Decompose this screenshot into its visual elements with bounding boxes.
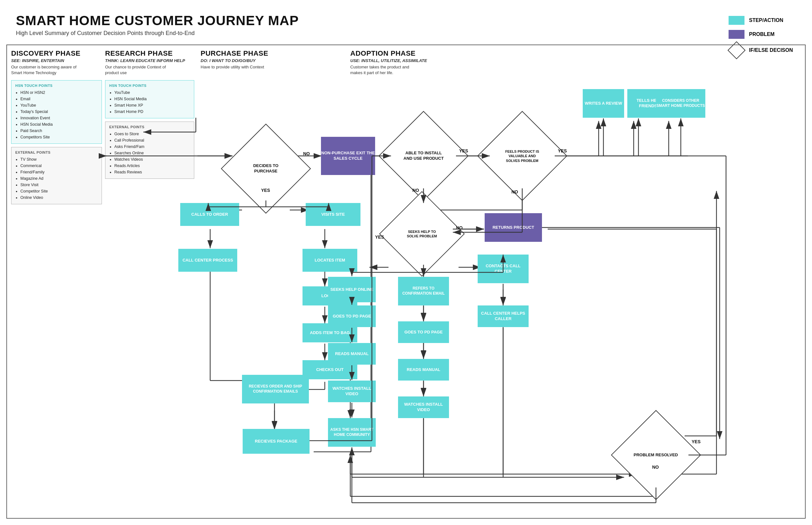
- adoption-phase: ADOPTION PHASE USE: INSTALL, UTILITIZE, …: [350, 49, 509, 76]
- research-hsn-item: YouTube: [114, 89, 190, 96]
- seeks-help-online-label: SEEKS HELP ONLINE: [331, 287, 374, 292]
- considers-other-label: CONSIDERS OTHER SMART HOME PRODUCTS: [656, 98, 705, 108]
- reads-manual-1-label: READS MANUAL: [335, 351, 368, 357]
- able-to-install-label: ABLE TO INSTALLAND USE PRODUCT: [404, 150, 444, 161]
- research-ext-item: Searches Online: [114, 150, 190, 156]
- considers-other-node: CONSIDERS OTHER SMART HOME PRODUCTS: [656, 89, 705, 118]
- goes-pd-1-node: GOES TO PD PAGE: [328, 305, 376, 327]
- discovery-hsn-item: Competitors Site: [20, 134, 98, 140]
- research-ext-box: EXTERNAL POINTS Goes to Store Call Profe…: [105, 122, 194, 179]
- refers-confirmation-node: REFERS TO CONFIRMATION EMAIL: [398, 277, 449, 305]
- asks-hsn-community-label: ASKS THE HSN SMART HOME COMMUNITY: [328, 427, 376, 437]
- page-subtitle: High Level Summary of Customer Decision …: [16, 30, 299, 36]
- discovery-ext-item: Friend/Family: [20, 169, 98, 175]
- discovery-ext-item: Commerical: [20, 163, 98, 169]
- purchase-title: PURCHASE PHASE: [201, 49, 290, 58]
- discovery-hsn-box: HSN TOUCH POINTS HSN or HSN2 Email YouTu…: [11, 80, 102, 144]
- discovery-phase: DISCOVERY PHASE SEE: INSPIRE, ENTERTAIN …: [11, 49, 102, 204]
- research-ext-list: Goes to Store Call Professional Asks Fri…: [109, 131, 190, 175]
- call-center-helps-label: CALL CENTER HELPS CALLER: [478, 311, 528, 322]
- able-no-label: NO: [412, 188, 419, 193]
- visits-site-node: VISITS SITE: [306, 203, 361, 226]
- page: SMART HOME CUSTOMER JOURNEY MAP High Lev…: [0, 0, 812, 525]
- reads-manual-1-node: READS MANUAL: [328, 343, 376, 365]
- problem-resolved-label: PROBLEM RESOLVED: [634, 452, 678, 458]
- legend-problem-label: PROBLEM: [749, 31, 774, 37]
- page-title: SMART HOME CUSTOMER JOURNEY MAP: [16, 13, 299, 28]
- watches-install-1-label: WATCHES INSTALL VIDEO: [328, 386, 376, 397]
- legend-step-label: STEP/ACTION: [749, 17, 783, 23]
- research-ext-title: EXTERNAL POINTS: [109, 125, 190, 129]
- returns-product-node: RETURNS PRODUCT: [485, 213, 542, 242]
- feels-no-label: NO: [511, 189, 518, 194]
- research-ext-item: Watches Videos: [114, 156, 190, 163]
- recieves-order-node: RECIEVES ORDER AND SHIP CONFIRMATION EMA…: [242, 375, 309, 403]
- research-hsn-item: HSN Social Media: [114, 96, 190, 102]
- discovery-ext-title: EXTERNAL POINTS: [15, 150, 98, 154]
- refers-confirmation-label: REFERS TO CONFIRMATION EMAIL: [398, 286, 449, 296]
- decides-yes-label: YES: [261, 188, 270, 193]
- discovery-hsn-item: Innovation Event: [20, 115, 98, 121]
- purchase-phase: PURCHASE PHASE DO: I WANT TO DO/GO/BUY H…: [201, 49, 290, 70]
- discovery-hsn-title: HSN TOUCH POINTS: [15, 84, 98, 88]
- calls-to-order-label: CALLS TO ORDER: [191, 212, 228, 217]
- discovery-title: DISCOVERY PHASE: [11, 49, 102, 58]
- purchase-think: DO: I WANT TO DO/GO/BUY: [201, 58, 290, 63]
- writes-review-label: WRITES A REVIEW: [585, 101, 622, 106]
- call-center-process-label: CALL CENTER PROCESS: [183, 258, 233, 263]
- recieves-package-label: RECIEVES PACKAGE: [255, 439, 297, 444]
- goes-pd-2-label: GOES TO PD PAGE: [404, 330, 443, 335]
- problem-yes-label: YES: [692, 439, 700, 444]
- call-center-helps-node: CALL CENTER HELPS CALLER: [478, 305, 528, 327]
- adds-item-label: ADDS ITEM TO BAG: [310, 330, 350, 336]
- research-ext-item: Asks Friend/Fam: [114, 144, 190, 150]
- adoption-think: USE: INSTALL, UTILITIZE, ASSIMILATE: [350, 58, 509, 63]
- goes-pd-2-node: GOES TO PD PAGE: [398, 321, 449, 343]
- discovery-ext-box: EXTERNAL POINTS TV Show Commerical Frien…: [11, 147, 102, 204]
- locates-item-node: LOCATES ITEM: [303, 249, 357, 272]
- call-center-process-node: CALL CENTER PROCESS: [178, 249, 237, 272]
- research-ext-item: Call Professional: [114, 137, 190, 144]
- research-hsn-title: HSN TOUCH POINTS: [109, 84, 190, 88]
- research-ext-item: Reads Articles: [114, 163, 190, 169]
- feels-yes-label: YES: [558, 148, 567, 153]
- purchase-desc: Have to provide utility with Context: [201, 64, 271, 70]
- decides-no-label: NO: [303, 151, 310, 156]
- reads-manual-2-label: READS MANUAL: [407, 367, 440, 373]
- seeks-help-solve-label: SEEKS HELP TOSOLVE PROBLEM: [407, 229, 437, 239]
- goes-pd-1-label: GOES TO PD PAGE: [333, 314, 371, 319]
- watches-install-1-node: WATCHES INSTALL VIDEO: [328, 380, 376, 402]
- legend-cyan-box: [728, 16, 744, 25]
- research-hsn-list: YouTube HSN Social Media Smart Home XP S…: [109, 89, 190, 115]
- problem-no-label: NO: [652, 465, 659, 470]
- decides-to-purchase-label: DECIDES TOPURCHASE: [253, 163, 278, 174]
- discovery-ext-item: Competitor Site: [20, 188, 98, 194]
- visits-site-label: VISITS SITE: [321, 212, 345, 217]
- discovery-hsn-list: HSN or HSN2 Email YouTube Today's Specia…: [15, 89, 98, 140]
- discovery-ext-item: Magazine Ad: [20, 175, 98, 182]
- research-hsn-box: HSN TOUCH POINTS YouTube HSN Social Medi…: [105, 80, 194, 118]
- watches-install-2-label: WATCHES INSTALL VIDEO: [398, 402, 449, 413]
- research-desc: Our chance to provide Context of product…: [105, 64, 175, 76]
- returns-product-label: RETURNS PRODUCT: [493, 225, 534, 230]
- discovery-hsn-item: HSN Social Media: [20, 121, 98, 127]
- seeks-help-online-node: SEEKS HELP ONLINE: [328, 277, 376, 302]
- calls-to-order-node: CALLS TO ORDER: [180, 203, 239, 226]
- discovery-hsn-item: Paid Search: [20, 127, 98, 134]
- discovery-ext-item: Online Video: [20, 194, 98, 201]
- research-hsn-item: Smart Home PD: [114, 108, 190, 115]
- recieves-package-node: RECIEVES PACKAGE: [243, 429, 309, 454]
- research-ext-item: Reads Reviews: [114, 169, 190, 175]
- discovery-desc: Our customer is becoming aware of Smart …: [11, 64, 81, 76]
- discovery-ext-list: TV Show Commerical Friend/Family Magazin…: [15, 156, 98, 201]
- adoption-title: ADOPTION PHASE: [350, 49, 509, 58]
- contacts-call-center-label: CONTACTS CALL CENTER: [478, 264, 528, 274]
- legend-problem: PROBLEM: [728, 30, 793, 39]
- asks-hsn-community-node: ASKS THE HSN SMART HOME COMMUNITY: [328, 418, 376, 447]
- research-hsn-item: Smart Home XP: [114, 102, 190, 108]
- research-phase: RESEARCH PHASE THINK: LEARN EDUCATE INFO…: [105, 49, 194, 179]
- discovery-think: SEE: INSPIRE, ENTERTAIN: [11, 58, 102, 63]
- discovery-hsn-item: Today's Special: [20, 108, 98, 115]
- discovery-ext-item: TV Show: [20, 156, 98, 163]
- research-title: RESEARCH PHASE: [105, 49, 194, 58]
